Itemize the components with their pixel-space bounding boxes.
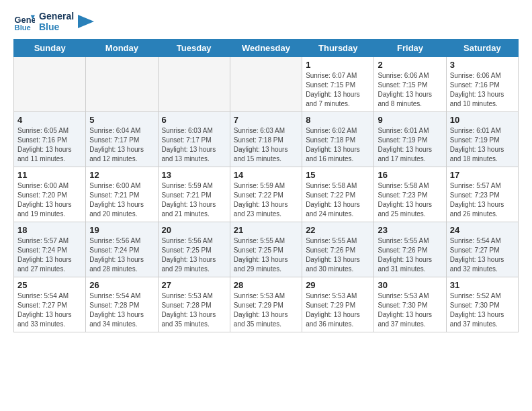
- calendar-cell: 28Sunrise: 5:53 AMSunset: 7:29 PMDayligh…: [230, 277, 302, 332]
- day-number: 19: [89, 225, 154, 235]
- day-number: 28: [234, 280, 298, 290]
- calendar-cell: [230, 57, 302, 112]
- calendar-cell: 27Sunrise: 5:53 AMSunset: 7:28 PMDayligh…: [158, 277, 230, 332]
- week-row-5: 25Sunrise: 5:54 AMSunset: 7:27 PMDayligh…: [14, 277, 519, 332]
- svg-text:Blue: Blue: [15, 24, 31, 32]
- cell-sun-info: Sunrise: 6:05 AMSunset: 7:16 PMDaylight:…: [17, 126, 82, 164]
- day-number: 4: [17, 115, 82, 125]
- calendar-cell: 14Sunrise: 5:59 AMSunset: 7:22 PMDayligh…: [230, 167, 302, 222]
- week-row-1: 1Sunrise: 6:07 AMSunset: 7:15 PMDaylight…: [14, 57, 519, 112]
- calendar-table: SundayMondayTuesdayWednesdayThursdayFrid…: [13, 39, 519, 332]
- cell-sun-info: Sunrise: 5:59 AMSunset: 7:22 PMDaylight:…: [234, 181, 298, 219]
- cell-sun-info: Sunrise: 5:56 AMSunset: 7:25 PMDaylight:…: [162, 236, 226, 274]
- day-number: 8: [306, 115, 370, 125]
- logo-arrow: [78, 15, 94, 28]
- calendar-cell: [14, 57, 86, 112]
- calendar-cell: [158, 57, 230, 112]
- day-number: 6: [162, 115, 226, 125]
- cell-sun-info: Sunrise: 5:53 AMSunset: 7:29 PMDaylight:…: [234, 291, 298, 329]
- cell-sun-info: Sunrise: 6:03 AMSunset: 7:18 PMDaylight:…: [234, 126, 298, 164]
- week-row-2: 4Sunrise: 6:05 AMSunset: 7:16 PMDaylight…: [14, 112, 519, 167]
- cell-sun-info: Sunrise: 5:52 AMSunset: 7:30 PMDaylight:…: [450, 291, 515, 329]
- cell-sun-info: Sunrise: 5:54 AMSunset: 7:27 PMDaylight:…: [17, 291, 82, 329]
- cell-sun-info: Sunrise: 5:53 AMSunset: 7:30 PMDaylight:…: [378, 291, 442, 329]
- cell-sun-info: Sunrise: 5:57 AMSunset: 7:24 PMDaylight:…: [17, 236, 82, 274]
- day-number: 17: [450, 170, 515, 180]
- day-number: 24: [450, 225, 515, 235]
- logo-icon: General Blue: [13, 11, 35, 32]
- day-number: 31: [450, 280, 515, 290]
- page-header: General Blue General Blue: [13, 11, 519, 32]
- cell-sun-info: Sunrise: 5:58 AMSunset: 7:22 PMDaylight:…: [306, 181, 370, 219]
- day-number: 21: [234, 225, 298, 235]
- calendar-cell: 12Sunrise: 6:00 AMSunset: 7:21 PMDayligh…: [86, 167, 158, 222]
- weekday-header-monday: Monday: [86, 40, 158, 57]
- day-number: 1: [306, 60, 370, 70]
- week-row-4: 18Sunrise: 5:57 AMSunset: 7:24 PMDayligh…: [14, 222, 519, 277]
- day-number: 13: [162, 170, 226, 180]
- cell-sun-info: Sunrise: 5:59 AMSunset: 7:21 PMDaylight:…: [162, 181, 226, 219]
- cell-sun-info: Sunrise: 5:53 AMSunset: 7:29 PMDaylight:…: [306, 291, 370, 329]
- cell-sun-info: Sunrise: 5:57 AMSunset: 7:23 PMDaylight:…: [450, 181, 515, 219]
- week-row-3: 11Sunrise: 6:00 AMSunset: 7:20 PMDayligh…: [14, 167, 519, 222]
- day-number: 18: [17, 225, 82, 235]
- day-number: 10: [450, 115, 515, 125]
- cell-sun-info: Sunrise: 5:54 AMSunset: 7:27 PMDaylight:…: [450, 236, 515, 274]
- cell-sun-info: Sunrise: 6:03 AMSunset: 7:17 PMDaylight:…: [162, 126, 226, 164]
- cell-sun-info: Sunrise: 5:55 AMSunset: 7:26 PMDaylight:…: [378, 236, 442, 274]
- calendar-cell: 23Sunrise: 5:55 AMSunset: 7:26 PMDayligh…: [374, 222, 446, 277]
- calendar-cell: 13Sunrise: 5:59 AMSunset: 7:21 PMDayligh…: [158, 167, 230, 222]
- calendar-cell: 26Sunrise: 5:54 AMSunset: 7:28 PMDayligh…: [86, 277, 158, 332]
- calendar-cell: 6Sunrise: 6:03 AMSunset: 7:17 PMDaylight…: [158, 112, 230, 167]
- cell-sun-info: Sunrise: 5:56 AMSunset: 7:24 PMDaylight:…: [89, 236, 154, 274]
- day-number: 5: [89, 115, 154, 125]
- cell-sun-info: Sunrise: 6:07 AMSunset: 7:15 PMDaylight:…: [306, 71, 370, 109]
- day-number: 23: [378, 225, 442, 235]
- calendar-cell: 31Sunrise: 5:52 AMSunset: 7:30 PMDayligh…: [446, 277, 518, 332]
- calendar-cell: 16Sunrise: 5:58 AMSunset: 7:23 PMDayligh…: [374, 167, 446, 222]
- day-number: 26: [89, 280, 154, 290]
- calendar-cell: 3Sunrise: 6:06 AMSunset: 7:16 PMDaylight…: [446, 57, 518, 112]
- calendar-cell: 19Sunrise: 5:56 AMSunset: 7:24 PMDayligh…: [86, 222, 158, 277]
- calendar-cell: 11Sunrise: 6:00 AMSunset: 7:20 PMDayligh…: [14, 167, 86, 222]
- calendar-cell: 20Sunrise: 5:56 AMSunset: 7:25 PMDayligh…: [158, 222, 230, 277]
- cell-sun-info: Sunrise: 6:06 AMSunset: 7:15 PMDaylight:…: [378, 71, 442, 109]
- day-number: 7: [234, 115, 298, 125]
- logo-blue: Blue: [39, 21, 74, 32]
- cell-sun-info: Sunrise: 5:58 AMSunset: 7:23 PMDaylight:…: [378, 181, 442, 219]
- calendar-cell: [86, 57, 158, 112]
- calendar-cell: 29Sunrise: 5:53 AMSunset: 7:29 PMDayligh…: [302, 277, 374, 332]
- day-number: 16: [378, 170, 442, 180]
- day-number: 11: [17, 170, 82, 180]
- day-number: 29: [306, 280, 370, 290]
- calendar-cell: 18Sunrise: 5:57 AMSunset: 7:24 PMDayligh…: [14, 222, 86, 277]
- calendar-cell: 15Sunrise: 5:58 AMSunset: 7:22 PMDayligh…: [302, 167, 374, 222]
- day-number: 27: [162, 280, 226, 290]
- cell-sun-info: Sunrise: 6:00 AMSunset: 7:21 PMDaylight:…: [89, 181, 154, 219]
- weekday-header-thursday: Thursday: [302, 40, 374, 57]
- logo-general: General: [39, 11, 74, 21]
- day-number: 9: [378, 115, 442, 125]
- calendar-cell: 8Sunrise: 6:02 AMSunset: 7:18 PMDaylight…: [302, 112, 374, 167]
- weekday-header-saturday: Saturday: [446, 40, 518, 57]
- svg-marker-3: [78, 15, 94, 28]
- day-number: 25: [17, 280, 82, 290]
- calendar-cell: 5Sunrise: 6:04 AMSunset: 7:17 PMDaylight…: [86, 112, 158, 167]
- cell-sun-info: Sunrise: 5:55 AMSunset: 7:26 PMDaylight:…: [306, 236, 370, 274]
- calendar-cell: 24Sunrise: 5:54 AMSunset: 7:27 PMDayligh…: [446, 222, 518, 277]
- calendar-cell: 10Sunrise: 6:01 AMSunset: 7:19 PMDayligh…: [446, 112, 518, 167]
- day-number: 3: [450, 60, 515, 70]
- day-number: 20: [162, 225, 226, 235]
- calendar-cell: 17Sunrise: 5:57 AMSunset: 7:23 PMDayligh…: [446, 167, 518, 222]
- weekday-header-sunday: Sunday: [14, 40, 86, 57]
- weekday-header-row: SundayMondayTuesdayWednesdayThursdayFrid…: [14, 40, 519, 57]
- day-number: 12: [89, 170, 154, 180]
- calendar-cell: 2Sunrise: 6:06 AMSunset: 7:15 PMDaylight…: [374, 57, 446, 112]
- cell-sun-info: Sunrise: 6:06 AMSunset: 7:16 PMDaylight:…: [450, 71, 515, 109]
- cell-sun-info: Sunrise: 5:53 AMSunset: 7:28 PMDaylight:…: [162, 291, 226, 329]
- calendar-cell: 25Sunrise: 5:54 AMSunset: 7:27 PMDayligh…: [14, 277, 86, 332]
- weekday-header-friday: Friday: [374, 40, 446, 57]
- cell-sun-info: Sunrise: 6:04 AMSunset: 7:17 PMDaylight:…: [89, 126, 154, 164]
- weekday-header-wednesday: Wednesday: [230, 40, 302, 57]
- cell-sun-info: Sunrise: 5:54 AMSunset: 7:28 PMDaylight:…: [89, 291, 154, 329]
